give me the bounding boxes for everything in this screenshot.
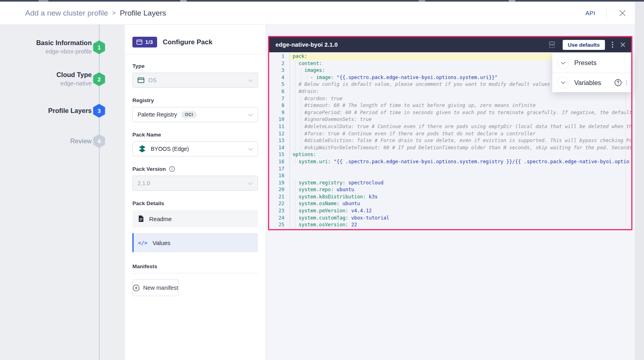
- line-content: system.customTag: vbox-tutorial: [290, 215, 631, 222]
- line-number: 6: [269, 88, 290, 95]
- pack-version-select[interactable]: 2.1.0: [132, 176, 258, 191]
- byoos-pack-icon: [138, 144, 147, 154]
- code-line-11[interactable]: 11 #deleteLocalData: true # Continue eve…: [269, 123, 631, 131]
- step-title: Review: [8, 137, 92, 145]
- code-line-18[interactable]: 18: [269, 172, 631, 180]
- code-icon: </>: [138, 240, 147, 246]
- line-content: [290, 172, 631, 180]
- step-number-hexagon: 4: [93, 134, 105, 148]
- configure-pack-header: 1/3 Configure Pack: [125, 25, 266, 54]
- pack-version-label: Pack Version: [132, 166, 258, 172]
- step-labels: Review: [8, 137, 92, 145]
- code-line-24[interactable]: 24 system.customTag: vbox-tutorial: [269, 215, 631, 222]
- line-content: #deleteLocalData: true # Continue even i…: [290, 123, 631, 131]
- chevron-down-icon[interactable]: [557, 57, 569, 69]
- pack-name-select[interactable]: BYOOS (Edge): [132, 141, 258, 156]
- variables-menu-item[interactable]: Variables: [552, 73, 631, 92]
- new-manifest-button[interactable]: New manifest: [132, 279, 179, 296]
- step-labels: Basic Informationedge-vbox-profile: [8, 39, 92, 55]
- code-line-25[interactable]: 25 system.osVersion: 22: [269, 222, 631, 229]
- code-line-15[interactable]: 15options:: [269, 151, 631, 158]
- code-line-13[interactable]: 13 #disableEviction: false # Force drain…: [269, 137, 631, 144]
- variables-extra-actions: [614, 79, 627, 86]
- stepper-step-profile-layers[interactable]: Profile Layers3: [0, 101, 125, 120]
- code-line-22[interactable]: 22 system.osName: ubuntu: [269, 200, 631, 208]
- breadcrumb: Add a new cluster profile > Profile Laye…: [25, 9, 166, 18]
- line-number: 23: [269, 208, 290, 215]
- line-content: system.osName: ubuntu: [290, 200, 631, 208]
- editor-close-icon[interactable]: [620, 42, 626, 47]
- readme-tab[interactable]: Readme: [132, 210, 258, 227]
- breadcrumb-parent-link[interactable]: Add a new cluster profile: [25, 9, 108, 18]
- type-value: OS: [148, 77, 156, 83]
- stepper-step-review[interactable]: Review4: [0, 132, 125, 150]
- code-line-12[interactable]: 12 #force: true # Continue even if there…: [269, 131, 631, 138]
- stepper-step-cloud-type[interactable]: Cloud Typeedge-native2: [0, 70, 125, 88]
- page-title: Profile Layers: [120, 9, 166, 18]
- step-title: Basic Information: [8, 39, 92, 47]
- line-number: 5: [269, 81, 290, 88]
- line-number: 24: [269, 215, 290, 222]
- close-icon[interactable]: [618, 9, 627, 18]
- modal-body: Basic Informationedge-vbox-profile1Cloud…: [0, 25, 635, 360]
- type-select[interactable]: OS: [132, 73, 258, 88]
- svg-text:3: 3: [98, 108, 101, 114]
- code-line-19[interactable]: 19 system.registry: spectrocloud: [269, 180, 631, 187]
- line-content: options:: [290, 151, 631, 158]
- line-number: 3: [269, 67, 290, 74]
- code-line-14[interactable]: 14 #skipWaitForDeleteTimeout: 60 # If po…: [269, 144, 631, 152]
- diff-compare-icon[interactable]: [548, 41, 556, 49]
- values-tab[interactable]: </> Values: [132, 233, 258, 252]
- code-line-16[interactable]: 16 system.uri: "{{ .spectro.pack.edge-na…: [269, 158, 631, 166]
- svg-text:4: 4: [98, 138, 101, 144]
- code-line-8[interactable]: 8 #timeout: 60 # The length of time to w…: [269, 102, 631, 109]
- step-number-hexagon: 2: [93, 72, 105, 86]
- presets-menu-item[interactable]: Presets: [552, 53, 631, 73]
- chevron-down-icon: [248, 111, 253, 118]
- pack-details-label: Pack Details: [132, 200, 258, 206]
- code-line-23[interactable]: 23 system.peVersion: v4.4.12: [269, 208, 631, 215]
- kebab-menu-icon[interactable]: [612, 42, 613, 48]
- code-line-21[interactable]: 21 system.k8sDistribution: k3s: [269, 194, 631, 201]
- help-icon[interactable]: [614, 79, 622, 86]
- line-number: 20: [269, 186, 290, 194]
- line-number: 19: [269, 180, 290, 187]
- layer-count-label: 1/3: [145, 39, 153, 45]
- line-number: 18: [269, 172, 290, 180]
- type-label: Type: [132, 63, 258, 69]
- panel-title: Configure Pack: [163, 38, 213, 46]
- presets-label: Presets: [574, 59, 597, 67]
- pack-version-label-text: Pack Version: [132, 166, 166, 172]
- line-content: #timeout: 60 # The length of time to wai…: [290, 102, 631, 109]
- chevron-down-icon[interactable]: [557, 77, 569, 89]
- registry-select[interactable]: Palette Registry OCI: [132, 107, 258, 122]
- step-subtitle: edge-native: [8, 79, 92, 87]
- code-line-17[interactable]: 17: [269, 166, 631, 173]
- use-defaults-button[interactable]: Use defaults: [563, 40, 605, 50]
- document-icon: [138, 215, 144, 222]
- step-title: Cloud Type: [8, 71, 92, 79]
- code-line-9[interactable]: 9 #gracePeriod: 60 # Period of time in s…: [269, 109, 631, 117]
- step-number-hexagon: 1: [93, 40, 105, 54]
- step-labels: Profile Layers: [8, 107, 92, 115]
- api-link[interactable]: API: [585, 10, 595, 16]
- code-line-20[interactable]: 20 system.repo: ubuntu: [269, 186, 631, 194]
- line-number: 17: [269, 166, 290, 173]
- kebab-menu-icon[interactable]: [626, 80, 627, 85]
- line-number: 8: [269, 102, 290, 109]
- variables-label: Variables: [574, 79, 601, 87]
- layer-count-badge: 1/3: [132, 37, 157, 47]
- info-icon[interactable]: [169, 166, 175, 172]
- chevron-down-icon: [248, 77, 253, 83]
- step-subtitle: edge-vbox-profile: [8, 47, 92, 55]
- code-line-10[interactable]: 10 #ignoreDaemonSets: true: [269, 116, 631, 123]
- editor-region: edge-native-byoi 2.1.0 Use defaults: [266, 25, 635, 360]
- stepper-step-basic-information[interactable]: Basic Informationedge-vbox-profile1: [0, 38, 125, 56]
- code-line-7[interactable]: 7 #cordon: true: [269, 95, 631, 103]
- add-cluster-profile-modal: Add a new cluster profile > Profile Laye…: [0, 2, 635, 360]
- plus-circle-icon: [133, 285, 140, 291]
- pack-version-value: 2.1.0: [138, 180, 150, 186]
- modal-header: Add a new cluster profile > Profile Laye…: [0, 2, 635, 25]
- line-number: 13: [269, 137, 290, 144]
- line-content: system.peVersion: v4.4.12: [290, 208, 631, 215]
